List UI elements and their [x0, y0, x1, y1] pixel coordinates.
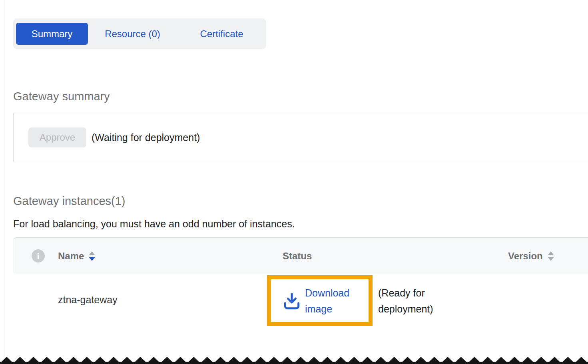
- ready-for-deployment-note: (Ready for deployment): [378, 285, 452, 317]
- gateway-summary-title: Gateway summary: [13, 90, 588, 103]
- column-header-name-label: Name: [58, 251, 84, 262]
- instance-name: ztna-gateway: [52, 274, 264, 352]
- info-icon[interactable]: [32, 249, 45, 263]
- tab-resource[interactable]: Resource (0): [88, 23, 177, 45]
- table-header-row: Name Status Version: [13, 237, 588, 274]
- panel-divider: [4, 0, 4, 364]
- sort-desc-icon: [89, 257, 95, 261]
- instances-table: Name Status Version ztna-gateway: [13, 237, 588, 352]
- torn-edge-zigzag: [0, 356, 588, 364]
- instance-version-cell: [489, 274, 588, 352]
- torn-edge-decoration: [0, 356, 588, 364]
- column-header-version-label: Version: [508, 251, 543, 262]
- instance-status-cell: Download image (Ready for deployment): [267, 275, 489, 326]
- tab-certificate[interactable]: Certificate: [177, 23, 266, 45]
- approve-button[interactable]: Approve: [28, 127, 86, 147]
- tab-summary[interactable]: Summary: [16, 23, 88, 45]
- gateway-summary-panel: Approve (Waiting for deployment): [13, 113, 588, 162]
- table-row: ztna-gateway Download image (Ready for d…: [13, 274, 588, 352]
- sort-asc-icon: [89, 251, 95, 255]
- waiting-for-deployment-note: (Waiting for deployment): [92, 132, 200, 143]
- column-header-version[interactable]: Version: [489, 251, 588, 262]
- tab-bar: Summary Resource (0) Certificate: [13, 18, 266, 49]
- table-header-info-cell: [13, 249, 52, 263]
- column-header-status-label: Status: [283, 251, 312, 262]
- summary-tab-content: Summary Resource (0) Certificate Gateway…: [13, 0, 588, 352]
- column-header-name[interactable]: Name: [52, 251, 264, 262]
- download-icon: [282, 290, 302, 312]
- sort-desc-icon: [548, 257, 554, 261]
- column-header-status: Status: [264, 251, 489, 262]
- row-info-cell: [13, 274, 52, 352]
- sort-arrows-icon-name[interactable]: [89, 251, 95, 261]
- gateway-instances-title: Gateway instances(1): [13, 194, 588, 208]
- instances-subtitle: For load balancing, you must have an odd…: [13, 218, 588, 230]
- download-image-label: Download image: [305, 285, 361, 317]
- download-image-link[interactable]: Download image: [282, 285, 361, 317]
- download-image-highlight-box: Download image: [267, 275, 373, 326]
- sort-asc-icon: [548, 251, 554, 255]
- sort-arrows-icon-version[interactable]: [548, 251, 554, 261]
